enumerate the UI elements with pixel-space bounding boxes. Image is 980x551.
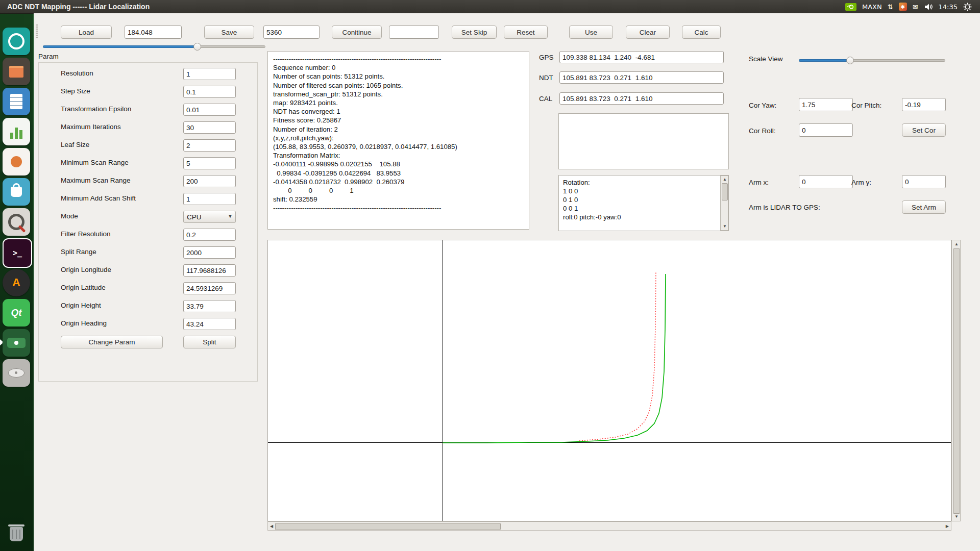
param-input-min-scan-range[interactable] [183,157,236,169]
cor-roll-label: Cor Roll: [749,127,776,135]
top-panel: ADC NDT Mapping ------ Lidar Localizatio… [0,0,980,14]
use-button[interactable]: Use [569,26,613,39]
keyboard-indicator-icon[interactable]: ⇅ [888,3,893,11]
param-input-resolution[interactable] [183,68,236,80]
settings-icon[interactable] [3,208,30,236]
param-input-origin-longitude[interactable] [183,264,236,277]
clear-button[interactable]: Clear [626,26,670,39]
scroll-up-icon[interactable]: ▲ [723,178,727,182]
param-input-max-iterations[interactable] [183,121,236,134]
scroll-down-icon[interactable]: ▼ [954,515,959,519]
load-value-input[interactable] [125,26,182,39]
chevron-down-icon: ▼ [228,213,233,219]
arm-x-label: Arm x: [749,179,769,186]
mapped-trajectory-green [443,274,666,443]
reference-trajectory-red [579,272,656,441]
gps-value-field[interactable] [559,51,724,63]
input-method-icon[interactable]: ✱ [899,3,907,11]
set-cor-button[interactable]: Set Cor [902,123,946,137]
split-button[interactable]: Split [183,336,236,348]
param-label-origin-latitude: Origin Latitude [61,284,106,291]
param-label-resolution: Resolution [61,69,93,77]
param-label-filter-resolution: Filter Resolution [61,230,111,238]
scroll-up-icon[interactable]: ▲ [954,242,959,246]
param-input-trans-epsilon[interactable] [183,104,236,116]
rotation-box: Rotation: 1 0 0 0 1 0 0 0 1 roll:0 pitch… [558,175,729,231]
text-editor-icon[interactable] [3,88,30,115]
gps-label: GPS [539,54,554,61]
param-input-min-add-scan-shift[interactable] [183,193,236,205]
system-tray: MAXN ⇅ ✱ ✉ 14:35 [845,0,972,13]
scale-view-label: Scale View [749,55,783,63]
mail-icon[interactable]: ✉ [913,3,918,11]
dash-home-icon[interactable] [3,28,30,55]
continue-button[interactable]: Conitinue [332,26,382,39]
software-center-icon[interactable] [3,178,30,206]
files-icon[interactable] [3,58,30,85]
param-input-leaf-size[interactable] [183,139,236,152]
rotation-scrollbar[interactable]: ▲ ▼ [720,176,728,231]
qtcreator-icon[interactable]: Qt [3,299,30,327]
mode-dropdown[interactable]: CPU ▼ [183,211,236,223]
screen: ADC NDT Mapping ------ Lidar Localizatio… [0,0,980,551]
param-label-split-range: Split Range [61,248,96,256]
trajectory-curves [268,240,951,521]
lidar-app-icon[interactable] [3,329,30,357]
param-label-min-add-scan-shift: Minimum Add Scan Shift [61,194,136,202]
launcher-dock: >_ A Qt [0,13,33,551]
trajectory-plot[interactable] [267,240,951,521]
toolbar-drag-handle[interactable] [36,24,38,39]
set-arm-button[interactable]: Set Arm [902,201,946,214]
arm-y-label: Arm y: [851,179,871,186]
scroll-left-icon[interactable]: ◀ [270,524,273,529]
calc-icon[interactable] [3,118,30,145]
param-input-origin-latitude[interactable] [183,282,236,294]
calc-button[interactable]: Calc [682,26,721,39]
arm-note-label: Arm is LIDAR TO GPS: [749,204,820,211]
param-label-trans-epsilon: Transformation Epsilon [61,105,131,113]
change-param-button[interactable]: Change Param [61,336,163,348]
cor-pitch-label: Cor Pitch: [851,102,881,109]
ndt-label: NDT [539,74,553,82]
param-label-origin-longitude: Origin Longitude [61,266,111,273]
volume-icon[interactable] [924,3,933,11]
scale-view-slider[interactable] [799,56,945,64]
param-input-origin-heading[interactable] [183,318,236,330]
nvidia-icon[interactable] [845,3,856,11]
param-input-split-range[interactable] [183,246,236,259]
arduino-icon[interactable]: A [3,269,30,296]
param-input-origin-height[interactable] [183,300,236,312]
preview-box [558,113,729,169]
cal-value-field[interactable] [559,92,724,105]
arm-x-input[interactable] [799,175,853,188]
save-value-input[interactable] [263,26,320,39]
param-input-filter-resolution[interactable] [183,229,236,241]
session-gear-icon[interactable] [963,3,972,11]
plot-horizontal-scrollbar[interactable]: ◀ ▶ [267,521,951,531]
ndt-log-box: ----------------------------------------… [267,51,529,230]
scale-view-slider-handle[interactable] [846,57,854,64]
impress-icon[interactable] [3,148,30,176]
reset-button[interactable]: Reset [504,26,548,39]
ndt-value-field[interactable] [559,71,724,84]
sequence-slider[interactable] [43,42,265,51]
scroll-down-icon[interactable]: ▼ [723,224,727,229]
param-label-origin-heading: Origin Heading [61,319,107,327]
cor-yaw-input[interactable] [799,98,853,111]
save-button[interactable]: Save [204,26,254,39]
param-input-step-size[interactable] [183,86,236,98]
set-skip-button[interactable]: Set Skip [452,26,497,39]
disks-icon[interactable] [3,359,30,387]
param-input-max-scan-range[interactable] [183,175,236,187]
sequence-slider-handle[interactable] [193,43,201,51]
cor-roll-input[interactable] [799,123,853,137]
load-button[interactable]: Load [61,26,112,39]
scroll-right-icon[interactable]: ▶ [946,524,949,529]
window-title: ADC NDT Mapping ------ Lidar Localizatio… [7,0,150,13]
cor-pitch-input[interactable] [902,98,946,111]
trash-icon[interactable] [3,520,30,548]
arm-y-input[interactable] [902,175,946,188]
skip-value-input[interactable] [389,26,439,39]
terminal-icon[interactable]: >_ [3,238,32,268]
plot-vertical-scrollbar[interactable]: ▲ ▼ [951,240,961,521]
